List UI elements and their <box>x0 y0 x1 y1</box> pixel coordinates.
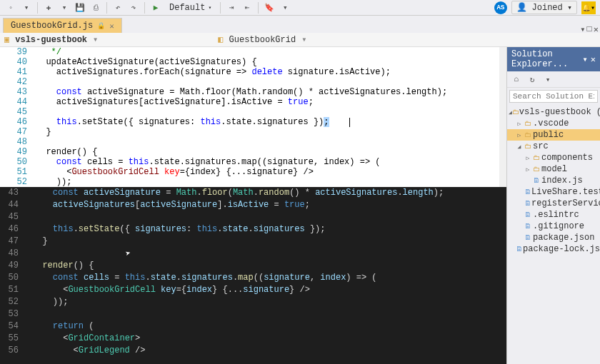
code-line[interactable]: 52 )); <box>0 296 506 308</box>
tree-folder[interactable]: ▷🗀.vscode <box>507 118 600 129</box>
misc-button[interactable]: ▾ <box>279 1 291 14</box>
line-number: 55 <box>0 333 29 345</box>
code-line[interactable]: 53 <box>0 308 506 320</box>
maximize-button[interactable]: □ <box>587 24 592 35</box>
chevron-icon[interactable]: ▷ <box>524 155 531 161</box>
code-line[interactable]: 43 const activeSignature = Math.floor(Ma… <box>0 87 506 97</box>
code-line[interactable]: 40 updateActiveSignature(activeSignature… <box>0 57 506 67</box>
tree-folder[interactable]: ▷🗀components <box>507 152 600 163</box>
tree-root[interactable]: ◢ 🗀 vsls-guestbook (C:\User <box>507 106 600 118</box>
scrollbar[interactable] <box>499 47 506 187</box>
pin-icon[interactable]: ▾ <box>583 54 588 65</box>
line-number: 44 <box>0 97 36 107</box>
liveshare-status[interactable]: 👤 Joined ▾ <box>511 1 577 14</box>
code-line[interactable]: 46 this.setState({ signatures: this.stat… <box>0 117 506 127</box>
code-line[interactable]: 43 const activeSignature = Math.floor(Ma… <box>0 187 506 199</box>
code-line[interactable]: 45 <box>0 107 506 117</box>
line-number: 43 <box>0 87 36 97</box>
code-line[interactable]: 45 <box>0 211 506 223</box>
redo-button[interactable]: ↷ <box>127 1 140 14</box>
tree-item-label: package-lock.json <box>523 244 600 254</box>
code-line[interactable]: 46 this.setState({ signatures: this.stat… <box>0 223 506 236</box>
editor-dark[interactable]: 43 const activeSignature = Math.floor(Ma… <box>0 187 506 364</box>
new-item-button[interactable]: ✚ <box>42 1 55 14</box>
file-icon: 🗎 <box>516 245 523 253</box>
bookmark-button[interactable]: 🔖 <box>263 1 276 14</box>
tree-file[interactable]: 🗎LiveShare.test.js <box>507 186 600 198</box>
notifications-button[interactable]: 🔔▾ <box>581 1 596 14</box>
save-all-button[interactable]: ⎙ <box>89 1 102 14</box>
line-number: 45 <box>0 211 29 223</box>
code-line[interactable]: 54 return ( <box>0 320 506 333</box>
code-line[interactable]: 50 const cells = this.state.signatures.m… <box>0 272 506 284</box>
tree-folder[interactable]: ▷🗀model <box>507 163 600 175</box>
search-input[interactable] <box>509 90 598 103</box>
tree-file[interactable]: 🗎index.js <box>507 175 600 186</box>
nav-back-button[interactable]: ◦ <box>4 1 17 14</box>
open-button[interactable]: ▾ <box>58 1 71 14</box>
run-button[interactable]: ▶ <box>149 1 162 14</box>
tree-file[interactable]: 🗎package.json <box>507 232 600 243</box>
code-line[interactable]: 51 <GuestbookGridCell key={index} {...si… <box>0 284 506 296</box>
tree-file[interactable]: 🗎package-lock.json <box>507 243 600 255</box>
tree-folder[interactable]: ▷🗀public <box>507 129 600 141</box>
code-line[interactable]: 48 <box>0 137 506 147</box>
tree-folder[interactable]: ◢🗀src <box>507 141 600 152</box>
code-line[interactable]: 41 activeSignatures.forEach(signature =>… <box>0 67 506 77</box>
undo-button[interactable]: ↶ <box>111 1 124 14</box>
nav-fwd-button[interactable]: ▾ <box>20 1 33 14</box>
code-line[interactable]: 51 <GuestbookGridCell key={index} {...si… <box>0 167 506 177</box>
line-number: 40 <box>0 57 36 67</box>
dropdown-button[interactable]: ▾ <box>580 24 585 35</box>
code-text: activeSignatures[activeSignature].isActi… <box>32 199 310 211</box>
code-text: const activeSignature = Math.floor(Math.… <box>36 87 447 97</box>
debug-config-dropdown[interactable]: Default ▾ <box>165 1 216 14</box>
code-text: render() { <box>36 147 97 157</box>
file-tree[interactable]: ◢ 🗀 vsls-guestbook (C:\User ▷🗀.vscode▷🗀p… <box>507 105 600 364</box>
refresh-button[interactable]: ↻ <box>526 73 539 86</box>
code-line[interactable]: 47 } <box>0 236 506 248</box>
close-icon[interactable]: ✕ <box>591 54 596 65</box>
close-icon[interactable]: ✕ <box>109 21 114 31</box>
code-line[interactable]: 47 } <box>0 127 506 137</box>
close-button[interactable]: ✕ <box>594 24 599 35</box>
tab-guestbookgrid[interactable]: GuestbookGrid.js 🔒 ✕ <box>3 18 122 33</box>
explorer-header[interactable]: Solution Explorer... ▾ ✕ <box>507 47 600 71</box>
avatar[interactable]: AS <box>494 1 507 14</box>
code-line[interactable]: 49 render() { <box>0 147 506 157</box>
line-number: 50 <box>0 272 29 284</box>
code-line[interactable]: 50 const cells = this.state.signatures.m… <box>0 157 506 167</box>
breadcrumb-bar: ▣ vsls-guestbook ▾ ◧ GuestbookGrid ▾ <box>0 33 600 47</box>
tree-file[interactable]: 🗎.eslintrc <box>507 209 600 221</box>
breadcrumb-symbol[interactable]: GuestbookGrid <box>226 35 299 45</box>
code-line[interactable]: 39 */ <box>0 47 506 57</box>
breadcrumb-project[interactable]: vsls-guestbook <box>12 35 90 45</box>
step-button[interactable]: ⇥ <box>225 1 238 14</box>
tree-file[interactable]: 🗎registerServiceWor <box>507 198 600 209</box>
collapse-button[interactable]: ▾ <box>541 73 554 86</box>
code-line[interactable]: 52 )); <box>0 177 506 187</box>
code-line[interactable]: 42 <box>0 77 506 87</box>
tree-file[interactable]: 🗎.gitignore <box>507 221 600 232</box>
save-button[interactable]: 💾 <box>74 1 86 14</box>
code-line[interactable]: 48 <box>0 248 506 260</box>
code-text: } <box>32 236 48 248</box>
chevron-icon[interactable]: ▷ <box>516 121 523 127</box>
code-line[interactable]: 44 activeSignatures[activeSignature].isA… <box>0 97 506 107</box>
code-line[interactable]: 55 <GridContainer> <box>0 333 506 345</box>
home-button[interactable]: ⌂ <box>510 73 523 86</box>
chevron-icon[interactable]: ▷ <box>516 132 523 138</box>
debug-config-label: Default <box>169 3 205 13</box>
code-text: <GridContainer> <box>32 333 140 345</box>
editor-light[interactable]: 39 */40 updateActiveSignature(activeSign… <box>0 47 506 187</box>
line-number: 49 <box>0 260 29 272</box>
folder-icon: 🗀 <box>512 108 519 116</box>
code-line[interactable]: 49 render() { <box>0 260 506 272</box>
step2-button[interactable]: ⇤ <box>241 1 254 14</box>
line-number: 48 <box>0 248 29 260</box>
code-line[interactable]: 44 activeSignatures[activeSignature].isA… <box>0 199 506 211</box>
chevron-icon[interactable]: ◢ <box>516 143 523 150</box>
chevron-down-icon: ▾ <box>93 34 98 45</box>
code-line[interactable]: 56 <GridLegend /> <box>0 345 506 357</box>
chevron-icon[interactable]: ▷ <box>524 166 531 173</box>
